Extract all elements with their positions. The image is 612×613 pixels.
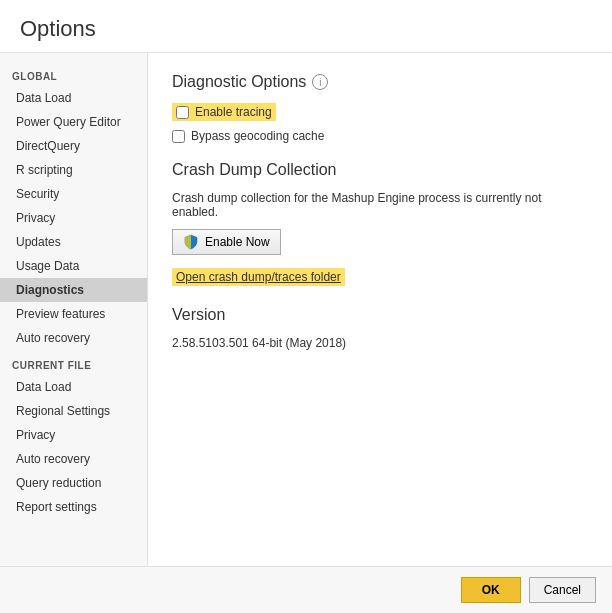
sidebar-item-auto-recovery-file[interactable]: Auto recovery xyxy=(0,447,147,471)
shield-icon xyxy=(183,234,199,250)
sidebar-item-power-query-editor[interactable]: Power Query Editor xyxy=(0,110,147,134)
bypass-geocoding-row: Bypass geocoding cache xyxy=(172,129,588,143)
sidebar-item-query-reduction[interactable]: Query reduction xyxy=(0,471,147,495)
crash-dump-section: Crash Dump Collection Crash dump collect… xyxy=(172,161,588,302)
sidebar-item-privacy-global[interactable]: Privacy xyxy=(0,206,147,230)
sidebar-item-data-load-global[interactable]: Data Load xyxy=(0,86,147,110)
enable-tracing-checkbox[interactable] xyxy=(176,106,189,119)
enable-tracing-row: Enable tracing xyxy=(172,103,588,121)
current-file-section-label: CURRENT FILE xyxy=(0,350,147,375)
sidebar-item-preview-features[interactable]: Preview features xyxy=(0,302,147,326)
sidebar-item-auto-recovery-global[interactable]: Auto recovery xyxy=(0,326,147,350)
sidebar-item-data-load-file[interactable]: Data Load xyxy=(0,375,147,399)
crash-dump-title: Crash Dump Collection xyxy=(172,161,588,179)
open-crash-dump-folder-link[interactable]: Open crash dump/traces folder xyxy=(172,268,345,286)
dialog-title: Options xyxy=(0,0,612,53)
bypass-geocoding-checkbox[interactable] xyxy=(172,130,185,143)
diagnostic-options-title: Diagnostic Options i xyxy=(172,73,588,91)
version-value: 2.58.5103.501 64-bit (May 2018) xyxy=(172,336,588,350)
bypass-geocoding-label[interactable]: Bypass geocoding cache xyxy=(172,129,324,143)
sidebar-item-directquery[interactable]: DirectQuery xyxy=(0,134,147,158)
sidebar-item-diagnostics[interactable]: Diagnostics xyxy=(0,278,147,302)
sidebar-item-privacy-file[interactable]: Privacy xyxy=(0,423,147,447)
enable-tracing-label[interactable]: Enable tracing xyxy=(172,103,276,121)
sidebar: GLOBAL Data Load Power Query Editor Dire… xyxy=(0,53,148,566)
sidebar-item-usage-data[interactable]: Usage Data xyxy=(0,254,147,278)
global-section-label: GLOBAL xyxy=(0,61,147,86)
crash-dump-desc: Crash dump collection for the Mashup Eng… xyxy=(172,191,588,219)
ok-button[interactable]: OK xyxy=(461,577,521,603)
sidebar-item-report-settings[interactable]: Report settings xyxy=(0,495,147,519)
cancel-button[interactable]: Cancel xyxy=(529,577,596,603)
dialog-body: GLOBAL Data Load Power Query Editor Dire… xyxy=(0,53,612,566)
enable-now-button[interactable]: Enable Now xyxy=(172,229,281,255)
sidebar-item-updates[interactable]: Updates xyxy=(0,230,147,254)
main-content: Diagnostic Options i Enable tracing Bypa… xyxy=(148,53,612,566)
options-dialog: Options GLOBAL Data Load Power Query Edi… xyxy=(0,0,612,613)
sidebar-item-regional-settings[interactable]: Regional Settings xyxy=(0,399,147,423)
sidebar-item-r-scripting[interactable]: R scripting xyxy=(0,158,147,182)
version-section: Version 2.58.5103.501 64-bit (May 2018) xyxy=(172,306,588,350)
info-icon: i xyxy=(312,74,328,90)
sidebar-item-security[interactable]: Security xyxy=(0,182,147,206)
version-title: Version xyxy=(172,306,588,324)
dialog-footer: OK Cancel xyxy=(0,566,612,613)
